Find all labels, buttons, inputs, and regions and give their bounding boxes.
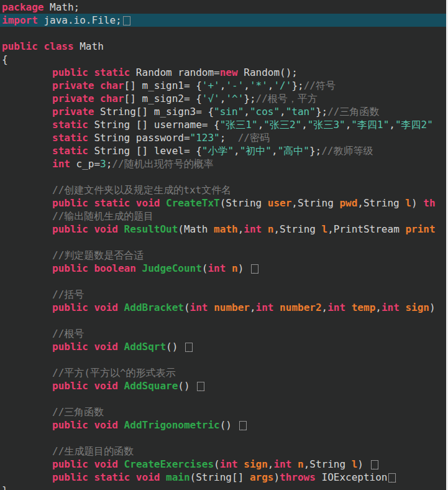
code-segment	[238, 458, 244, 470]
code-segment: CreateTxT	[166, 197, 220, 209]
code-segment: (	[214, 458, 220, 470]
code-segment: ,String	[291, 197, 339, 209]
code-line-20[interactable]: //判定题数是否合适	[0, 249, 446, 262]
code-segment: ,String	[304, 458, 352, 470]
code-line-21[interactable]: public boolean JudgeCount(int n)	[0, 262, 446, 275]
code-segment: 3	[100, 158, 106, 170]
code-line-36[interactable]: public void CreateExercises(int sign,int…	[0, 458, 446, 471]
code-line-2[interactable]: import java.io.File;	[0, 14, 446, 27]
code-segment	[291, 458, 298, 470]
code-line-12[interactable]: static String [] level= {"小学","初中","高中"}…	[0, 144, 446, 157]
code-line-8[interactable]: private char[] m_sign2= {'√','^'};//根号，平…	[0, 92, 446, 105]
code-segment: String [] username= {	[88, 119, 220, 131]
code-line-6[interactable]: public static Random random=new Random()…	[0, 66, 446, 79]
code-line-19[interactable]	[0, 236, 446, 249]
code-segment	[208, 302, 214, 313]
code-segment: };	[244, 93, 255, 104]
code-segment: "tan"	[286, 106, 316, 118]
code-line-13[interactable]: int c_p=3;//随机出现符号的概率	[0, 157, 446, 170]
code-segment: '*'	[250, 80, 268, 91]
code-line-37[interactable]: public static void main(String[] args)th…	[0, 471, 446, 484]
code-segment: "小学"	[202, 145, 234, 157]
code-line-34[interactable]	[0, 432, 446, 445]
folded-code-icon[interactable]	[197, 382, 204, 391]
code-line-31[interactable]	[0, 392, 446, 405]
code-line-23[interactable]: //括号	[0, 288, 446, 301]
code-line-14[interactable]	[0, 170, 446, 183]
code-segment	[345, 302, 352, 313]
code-segment: Random random=	[130, 67, 220, 78]
code-segment: ,String	[357, 197, 405, 209]
code-segment: public void	[52, 302, 118, 313]
code-line-29[interactable]: //平方(平方以^的形式表示	[0, 366, 446, 379]
code-line-22[interactable]	[0, 275, 446, 288]
folded-code-icon[interactable]	[388, 473, 396, 483]
code-line-15[interactable]: //创建文件夹以及规定生成的txt文件名	[0, 183, 446, 196]
code-segment: main	[166, 471, 190, 483]
code-segment: static	[52, 119, 88, 131]
code-segment: public boolean	[52, 262, 136, 274]
code-segment: (String[]	[190, 471, 250, 483]
code-line-32[interactable]: //三角函数	[0, 405, 446, 418]
code-line-28[interactable]	[0, 353, 446, 366]
code-segment: //密码	[238, 132, 270, 144]
code-line-35[interactable]: //生成题目的函数	[0, 445, 446, 458]
code-line-17[interactable]: //输出随机生成的题目	[0, 210, 446, 223]
code-line-30[interactable]: public void AddSquare()	[0, 379, 446, 392]
code-segment: '-'	[226, 80, 244, 91]
code-segment: math	[214, 223, 238, 235]
code-segment	[118, 419, 124, 431]
folded-code-icon[interactable]	[185, 343, 193, 352]
code-segment: ,String	[273, 223, 321, 235]
code-segment: //三角函数	[327, 106, 379, 118]
code-line-33[interactable]: public void AddTrigonometric()	[0, 418, 446, 432]
code-segment: static	[52, 132, 88, 144]
code-segment: "初中"	[240, 145, 272, 157]
code-segment: }	[2, 484, 8, 490]
code-line-4[interactable]: public class Math	[0, 40, 446, 53]
code-segment: //括号	[52, 289, 84, 300]
code-line-18[interactable]: public void ResultOut(Math math,int n,St…	[0, 223, 446, 236]
code-segment: public class	[2, 40, 74, 52]
code-segment: "sin"	[214, 106, 244, 118]
folded-code-icon[interactable]	[123, 16, 130, 25]
code-line-24[interactable]: public void AddBracket(int number,int nu…	[0, 301, 446, 314]
code-line-9[interactable]: private String[] m_sign3= {"sin","cos","…	[0, 105, 446, 118]
folded-code-icon[interactable]	[371, 460, 378, 469]
code-line-11[interactable]: static String password="123"; //密码	[0, 131, 446, 144]
code-segment: [] m_sign1= {	[124, 80, 202, 91]
code-segment: Math	[74, 40, 104, 52]
code-segment: CreateExercises	[124, 458, 214, 470]
code-segment: [] m_sign2= {	[124, 93, 202, 104]
code-segment: package	[2, 1, 43, 13]
code-line-16[interactable]: public static void CreateTxT(String user…	[0, 196, 446, 210]
code-line-1[interactable]: package Math;	[0, 1, 446, 14]
code-segment: ()	[178, 380, 196, 392]
code-segment: String password=	[88, 132, 190, 144]
code-line-7[interactable]: private char[] m_sign1= {'+','-','*','/'…	[0, 79, 446, 92]
code-segment: String [] level= {	[88, 145, 202, 157]
code-line-27[interactable]: public void AddSqrt()	[0, 340, 446, 353]
code-segment: "张三2"	[263, 119, 301, 131]
code-segment: //三角函数	[52, 406, 104, 418]
code-line-5[interactable]: {	[0, 53, 446, 66]
code-line-3[interactable]	[0, 27, 446, 40]
code-segment: public void	[52, 380, 118, 392]
code-segment: //输出随机生成的题目	[52, 210, 153, 222]
code-line-25[interactable]	[0, 314, 446, 327]
code-segment: int	[220, 458, 238, 470]
folded-code-icon[interactable]	[239, 421, 247, 430]
code-segment: private char	[52, 93, 124, 104]
code-segment: int	[208, 262, 226, 274]
code-segment: ,PrintStream	[327, 223, 405, 235]
code-line-10[interactable]: static String [] username= {"张三1","张三2",…	[0, 118, 446, 131]
code-line-38[interactable]: }	[0, 484, 446, 490]
code-segment: ,	[220, 93, 226, 104]
code-line-26[interactable]: //根号	[0, 327, 446, 340]
code-segment: new	[220, 67, 238, 78]
folded-code-icon[interactable]	[251, 264, 258, 274]
code-segment: "李四1"	[351, 119, 389, 131]
code-segment: public void	[52, 419, 118, 431]
code-segment: sign	[405, 302, 429, 313]
code-editor[interactable]: package Math;import java.io.File;public …	[0, 0, 446, 490]
